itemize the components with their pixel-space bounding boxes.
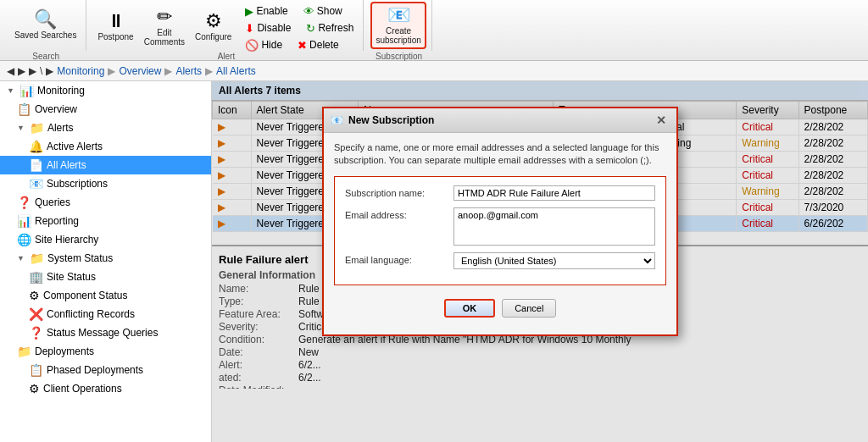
sidebar-item-active-alerts[interactable]: 🔔 Active Alerts	[0, 137, 211, 156]
breadcrumb-arrow-3: ▶	[205, 65, 213, 77]
sidebar-item-site-status[interactable]: 🏢 Site Status	[0, 268, 211, 286]
modal-form-section: Subscription name: Email address: anoop.…	[334, 176, 666, 285]
configure-icon: ⚙	[205, 12, 222, 30]
sidebar-item-phased-deployments[interactable]: 📋 Phased Deployments	[0, 361, 211, 379]
sidebar: ▼ 📊 Monitoring 📋 Overview ▼ 📁 Alerts 🔔 A…	[0, 81, 212, 442]
edit-comments-button[interactable]: ✏ EditComments	[140, 3, 189, 51]
sidebar-active-alerts-label: Active Alerts	[47, 141, 103, 152]
expand-system-status-icon: ▼	[17, 254, 25, 262]
sidebar-item-system-status[interactable]: ▼ 📁 System Status	[0, 249, 211, 268]
create-subscription-label: Createsubscription	[376, 26, 420, 45]
breadcrumb-overview[interactable]: Overview	[119, 65, 161, 77]
sidebar-client-operations-label: Client Operations	[43, 383, 122, 395]
modal-close-button[interactable]: ✕	[653, 113, 670, 128]
phased-deployments-icon: 📋	[29, 363, 43, 377]
sidebar-item-component-status[interactable]: ⚙ Component Status	[0, 286, 211, 305]
email-language-row: Email language: English (United States)	[345, 252, 655, 269]
alert-small-buttons: ▶ Enable 👁 Show ⬇ Disable ↻ Ref	[241, 3, 358, 53]
modal-titlebar: 📧 New Subscription ✕	[324, 108, 676, 133]
sidebar-subscriptions-label: Subscriptions	[47, 178, 108, 190]
disable-button[interactable]: ⬇ Disable	[241, 20, 295, 36]
reporting-icon: 📊	[17, 214, 31, 228]
content-area: All Alerts 7 items Icon Alert State Name…	[212, 81, 868, 442]
sidebar-site-status-label: Site Status	[47, 271, 96, 283]
show-button[interactable]: 👁 Show	[299, 3, 347, 19]
email-address-label: Email address:	[345, 207, 447, 220]
refresh-icon: ↻	[306, 22, 315, 35]
sidebar-conflicting-records-label: Conflicting Records	[47, 308, 135, 320]
subscription-name-row: Subscription name:	[345, 185, 655, 201]
ok-button[interactable]: OK	[444, 299, 496, 318]
search-group: 🔍 Saved Searches Search	[5, 0, 86, 61]
sidebar-item-all-alerts[interactable]: 📄 All Alerts	[0, 156, 211, 174]
sidebar-component-status-label: Component Status	[43, 290, 127, 301]
sidebar-system-status-label: System Status	[47, 252, 113, 264]
nav-forward[interactable]: ▶	[18, 65, 25, 77]
cancel-button[interactable]: Cancel	[502, 299, 556, 318]
postpone-icon: ⏸	[107, 12, 125, 30]
modal-overlay: 📧 New Subscription ✕ Specify a name, one…	[212, 81, 868, 442]
nav-back[interactable]: ◀	[7, 65, 14, 77]
system-status-icon: 📁	[30, 251, 44, 265]
alert-group-label: Alert	[88, 52, 364, 61]
hide-label: Hide	[261, 39, 282, 51]
sidebar-item-alerts[interactable]: ▼ 📁 Alerts	[0, 119, 211, 137]
email-language-select[interactable]: English (United States)	[453, 252, 655, 269]
refresh-label: Refresh	[318, 22, 353, 34]
sidebar-item-overview[interactable]: 📋 Overview	[0, 100, 211, 119]
disable-icon: ⬇	[245, 22, 254, 35]
sidebar-item-site-hierarchy[interactable]: 🌐 Site Hierarchy	[0, 230, 211, 249]
sidebar-phased-deployments-label: Phased Deployments	[47, 364, 143, 376]
sidebar-alerts-label: Alerts	[47, 122, 74, 134]
email-language-label: Email language:	[345, 252, 447, 265]
subscription-group-label: Subscription	[365, 52, 431, 61]
sidebar-item-conflicting-records[interactable]: ❌ Conflicting Records	[0, 305, 211, 323]
breadcrumb-monitoring[interactable]: Monitoring	[57, 65, 104, 77]
subscription-name-input[interactable]	[453, 185, 655, 201]
sidebar-item-client-operations[interactable]: ⚙ Client Operations	[0, 379, 211, 398]
sidebar-item-deployments[interactable]: 📁 Deployments	[0, 342, 211, 361]
breadcrumb-sep-2: \	[40, 65, 42, 77]
breadcrumb-arrow-1: ▶	[108, 65, 115, 77]
modal-title: New Subscription	[348, 114, 434, 126]
client-operations-icon: ⚙	[29, 382, 40, 395]
modal-footer: OK Cancel	[334, 294, 666, 326]
enable-button[interactable]: ▶ Enable	[241, 3, 292, 19]
sidebar-deployments-label: Deployments	[35, 345, 94, 357]
toolbar: 🔍 Saved Searches Search ⏸ Postpone ✏ Edi…	[0, 0, 868, 61]
site-status-icon: 🏢	[29, 270, 43, 284]
email-address-input[interactable]: anoop.@gmail.com	[453, 207, 655, 246]
expand-alerts-icon: ▼	[17, 124, 25, 132]
sidebar-item-queries[interactable]: ❓ Queries	[0, 193, 211, 212]
modal-description: Specify a name, one or more email addres…	[334, 141, 666, 168]
sidebar-reporting-label: Reporting	[35, 215, 79, 227]
breadcrumb-sep-3: ▶	[46, 65, 53, 77]
configure-button[interactable]: ⚙ Configure	[191, 3, 236, 51]
expand-monitoring-icon: ▼	[7, 86, 14, 95]
sidebar-item-monitoring[interactable]: ▼ 📊 Monitoring	[0, 81, 211, 100]
sidebar-item-subscriptions[interactable]: 📧 Subscriptions	[0, 174, 211, 193]
deployments-icon: 📁	[17, 345, 31, 358]
saved-searches-button[interactable]: 🔍 Saved Searches	[10, 2, 81, 49]
breadcrumb-alerts[interactable]: Alerts	[175, 65, 202, 77]
component-status-icon: ⚙	[29, 289, 40, 302]
modal-body: Specify a name, one or more email addres…	[324, 133, 676, 334]
edit-comments-label: EditComments	[144, 28, 185, 47]
sidebar-overview-label: Overview	[35, 103, 77, 115]
sidebar-item-reporting[interactable]: 📊 Reporting	[0, 212, 211, 230]
monitoring-icon: 📊	[19, 84, 34, 97]
sidebar-item-status-message-queries[interactable]: ❓ Status Message Queries	[0, 323, 211, 342]
sidebar-site-hierarchy-label: Site Hierarchy	[35, 234, 98, 246]
enable-label: Enable	[256, 5, 287, 17]
active-alerts-icon: 🔔	[29, 140, 43, 153]
queries-icon: ❓	[17, 196, 31, 209]
breadcrumb-sep-1: ▶	[29, 65, 36, 77]
search-group-label: Search	[5, 52, 86, 61]
breadcrumb: ◀ ▶ ▶ \ ▶ Monitoring ▶ Overview ▶ Alerts…	[0, 61, 868, 81]
create-subscription-button[interactable]: 📧 Createsubscription	[370, 2, 426, 49]
sidebar-queries-label: Queries	[35, 196, 70, 208]
refresh-button[interactable]: ↻ Refresh	[302, 20, 358, 36]
site-hierarchy-icon: 🌐	[17, 233, 31, 246]
breadcrumb-all-alerts[interactable]: All Alerts	[216, 65, 256, 77]
postpone-button[interactable]: ⏸ Postpone	[93, 3, 137, 51]
